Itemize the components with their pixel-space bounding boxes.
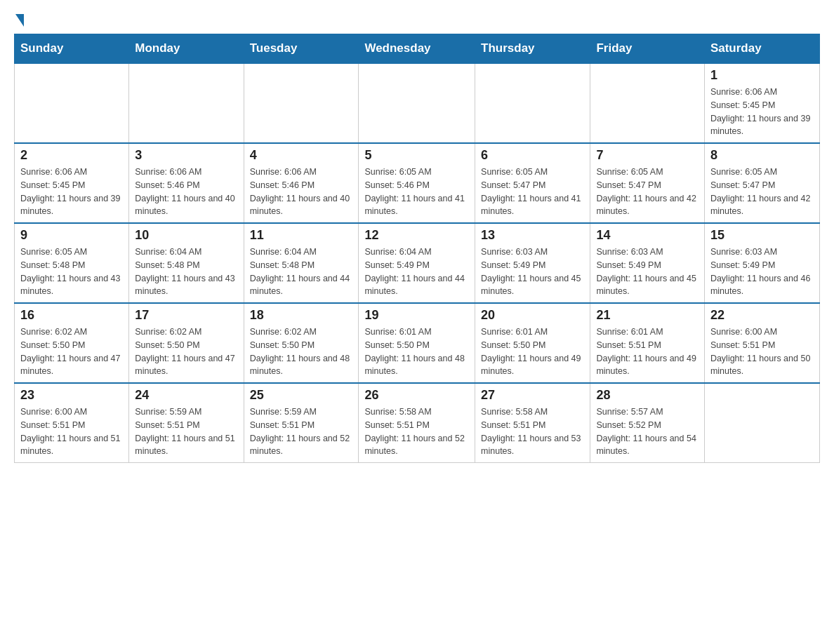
- day-number: 19: [364, 308, 469, 323]
- calendar-cell: [244, 63, 359, 143]
- calendar-cell: [475, 63, 590, 143]
- day-info: Sunrise: 6:05 AM Sunset: 5:47 PM Dayligh…: [710, 166, 814, 218]
- day-number: 23: [20, 388, 123, 403]
- day-info: Sunrise: 6:05 AM Sunset: 5:47 PM Dayligh…: [596, 166, 698, 218]
- day-number: 2: [20, 148, 123, 163]
- day-number: 28: [596, 388, 698, 403]
- calendar-cell: 21Sunrise: 6:01 AM Sunset: 5:51 PM Dayli…: [590, 303, 704, 383]
- week-row-4: 16Sunrise: 6:02 AM Sunset: 5:50 PM Dayli…: [15, 303, 820, 383]
- day-info: Sunrise: 6:03 AM Sunset: 5:49 PM Dayligh…: [481, 246, 584, 298]
- calendar-cell: 7Sunrise: 6:05 AM Sunset: 5:47 PM Daylig…: [590, 143, 704, 223]
- col-header-sunday: Sunday: [15, 34, 129, 64]
- day-number: 13: [481, 228, 584, 243]
- day-info: Sunrise: 6:04 AM Sunset: 5:49 PM Dayligh…: [364, 246, 469, 298]
- calendar-cell: [129, 63, 244, 143]
- calendar-cell: 3Sunrise: 6:06 AM Sunset: 5:46 PM Daylig…: [129, 143, 244, 223]
- day-number: 14: [596, 228, 698, 243]
- calendar-cell: 12Sunrise: 6:04 AM Sunset: 5:49 PM Dayli…: [359, 223, 475, 303]
- calendar-cell: 6Sunrise: 6:05 AM Sunset: 5:47 PM Daylig…: [475, 143, 590, 223]
- calendar-cell: 19Sunrise: 6:01 AM Sunset: 5:50 PM Dayli…: [359, 303, 475, 383]
- calendar-cell: 17Sunrise: 6:02 AM Sunset: 5:50 PM Dayli…: [129, 303, 244, 383]
- day-info: Sunrise: 6:01 AM Sunset: 5:51 PM Dayligh…: [596, 326, 698, 378]
- col-header-thursday: Thursday: [475, 34, 590, 64]
- day-number: 21: [596, 308, 698, 323]
- day-info: Sunrise: 6:05 AM Sunset: 5:48 PM Dayligh…: [20, 246, 123, 298]
- day-info: Sunrise: 6:04 AM Sunset: 5:48 PM Dayligh…: [135, 246, 237, 298]
- day-info: Sunrise: 5:57 AM Sunset: 5:52 PM Dayligh…: [596, 405, 698, 458]
- day-number: 11: [250, 228, 353, 243]
- day-info: Sunrise: 6:05 AM Sunset: 5:47 PM Dayligh…: [481, 166, 584, 218]
- day-number: 16: [20, 308, 123, 323]
- calendar-cell: 27Sunrise: 5:58 AM Sunset: 5:51 PM Dayli…: [475, 383, 590, 463]
- calendar-cell: [590, 63, 704, 143]
- day-info: Sunrise: 6:06 AM Sunset: 5:46 PM Dayligh…: [250, 166, 353, 218]
- day-info: Sunrise: 5:59 AM Sunset: 5:51 PM Dayligh…: [135, 405, 237, 458]
- day-info: Sunrise: 6:04 AM Sunset: 5:48 PM Dayligh…: [250, 246, 353, 298]
- day-number: 26: [364, 388, 469, 403]
- calendar-cell: 24Sunrise: 5:59 AM Sunset: 5:51 PM Dayli…: [129, 383, 244, 463]
- day-info: Sunrise: 6:00 AM Sunset: 5:51 PM Dayligh…: [20, 405, 123, 458]
- col-header-monday: Monday: [129, 34, 244, 64]
- col-header-friday: Friday: [590, 34, 704, 64]
- calendar-cell: 15Sunrise: 6:03 AM Sunset: 5:49 PM Dayli…: [704, 223, 819, 303]
- day-info: Sunrise: 6:02 AM Sunset: 5:50 PM Dayligh…: [135, 326, 237, 378]
- day-number: 8: [710, 148, 814, 163]
- calendar-header-row: SundayMondayTuesdayWednesdayThursdayFrid…: [15, 34, 820, 64]
- calendar-cell: [359, 63, 475, 143]
- calendar-cell: 13Sunrise: 6:03 AM Sunset: 5:49 PM Dayli…: [475, 223, 590, 303]
- calendar-cell: [15, 63, 129, 143]
- day-number: 22: [710, 308, 814, 323]
- calendar-cell: 8Sunrise: 6:05 AM Sunset: 5:47 PM Daylig…: [704, 143, 819, 223]
- day-info: Sunrise: 6:02 AM Sunset: 5:50 PM Dayligh…: [20, 326, 123, 378]
- week-row-1: 1Sunrise: 6:06 AM Sunset: 5:45 PM Daylig…: [15, 63, 820, 143]
- day-number: 17: [135, 308, 237, 323]
- calendar-cell: 18Sunrise: 6:02 AM Sunset: 5:50 PM Dayli…: [244, 303, 359, 383]
- day-number: 18: [250, 308, 353, 323]
- calendar-cell: 28Sunrise: 5:57 AM Sunset: 5:52 PM Dayli…: [590, 383, 704, 463]
- day-info: Sunrise: 6:06 AM Sunset: 5:45 PM Dayligh…: [20, 166, 123, 218]
- calendar-cell: 4Sunrise: 6:06 AM Sunset: 5:46 PM Daylig…: [244, 143, 359, 223]
- calendar-cell: 2Sunrise: 6:06 AM Sunset: 5:45 PM Daylig…: [15, 143, 129, 223]
- day-info: Sunrise: 6:00 AM Sunset: 5:51 PM Dayligh…: [710, 326, 814, 378]
- day-number: 20: [481, 308, 584, 323]
- col-header-tuesday: Tuesday: [244, 34, 359, 64]
- calendar-cell: 9Sunrise: 6:05 AM Sunset: 5:48 PM Daylig…: [15, 223, 129, 303]
- day-info: Sunrise: 6:03 AM Sunset: 5:49 PM Dayligh…: [596, 246, 698, 298]
- calendar-table: SundayMondayTuesdayWednesdayThursdayFrid…: [14, 34, 820, 463]
- calendar-cell: 5Sunrise: 6:05 AM Sunset: 5:46 PM Daylig…: [359, 143, 475, 223]
- calendar-cell: 23Sunrise: 6:00 AM Sunset: 5:51 PM Dayli…: [15, 383, 129, 463]
- day-number: 27: [481, 388, 584, 403]
- day-number: 9: [20, 228, 123, 243]
- calendar-cell: 1Sunrise: 6:06 AM Sunset: 5:45 PM Daylig…: [704, 63, 819, 143]
- page-header: [14, 14, 820, 27]
- day-info: Sunrise: 5:58 AM Sunset: 5:51 PM Dayligh…: [364, 405, 469, 458]
- day-info: Sunrise: 6:06 AM Sunset: 5:46 PM Dayligh…: [135, 166, 237, 218]
- calendar-cell: 16Sunrise: 6:02 AM Sunset: 5:50 PM Dayli…: [15, 303, 129, 383]
- day-number: 4: [250, 148, 353, 163]
- logo: [14, 14, 25, 27]
- day-info: Sunrise: 6:01 AM Sunset: 5:50 PM Dayligh…: [481, 326, 584, 378]
- day-number: 25: [250, 388, 353, 403]
- logo-arrow-icon: [15, 14, 24, 27]
- calendar-cell: 14Sunrise: 6:03 AM Sunset: 5:49 PM Dayli…: [590, 223, 704, 303]
- calendar-cell: 20Sunrise: 6:01 AM Sunset: 5:50 PM Dayli…: [475, 303, 590, 383]
- day-info: Sunrise: 6:02 AM Sunset: 5:50 PM Dayligh…: [250, 326, 353, 378]
- day-number: 5: [364, 148, 469, 163]
- day-number: 1: [710, 68, 814, 83]
- day-number: 15: [710, 228, 814, 243]
- calendar-cell: 25Sunrise: 5:59 AM Sunset: 5:51 PM Dayli…: [244, 383, 359, 463]
- day-number: 10: [135, 228, 237, 243]
- day-info: Sunrise: 5:58 AM Sunset: 5:51 PM Dayligh…: [481, 405, 584, 458]
- day-number: 3: [135, 148, 237, 163]
- calendar-cell: 10Sunrise: 6:04 AM Sunset: 5:48 PM Dayli…: [129, 223, 244, 303]
- calendar-cell: 26Sunrise: 5:58 AM Sunset: 5:51 PM Dayli…: [359, 383, 475, 463]
- week-row-5: 23Sunrise: 6:00 AM Sunset: 5:51 PM Dayli…: [15, 383, 820, 463]
- day-info: Sunrise: 6:05 AM Sunset: 5:46 PM Dayligh…: [364, 166, 469, 218]
- week-row-3: 9Sunrise: 6:05 AM Sunset: 5:48 PM Daylig…: [15, 223, 820, 303]
- day-number: 6: [481, 148, 584, 163]
- day-number: 12: [364, 228, 469, 243]
- day-number: 24: [135, 388, 237, 403]
- day-info: Sunrise: 6:01 AM Sunset: 5:50 PM Dayligh…: [364, 326, 469, 378]
- col-header-wednesday: Wednesday: [359, 34, 475, 64]
- day-number: 7: [596, 148, 698, 163]
